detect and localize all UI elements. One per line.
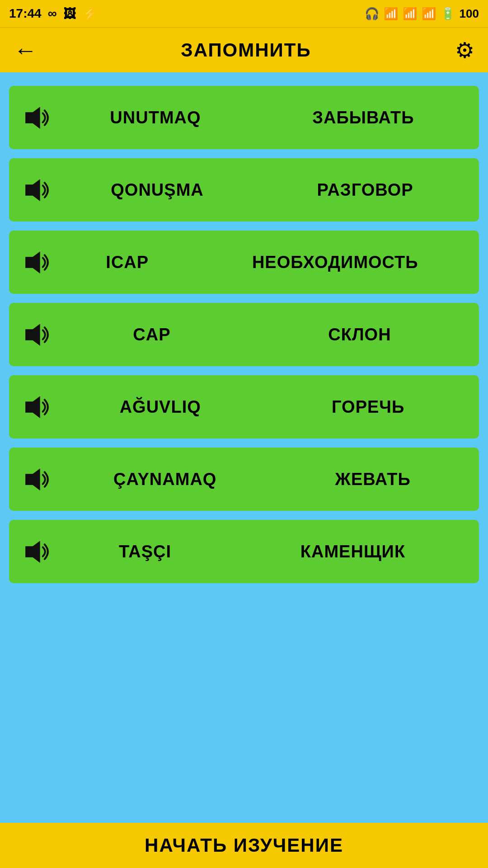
- svg-marker-2: [25, 251, 40, 274]
- start-study-button[interactable]: НАЧАТЬ ИЗУЧЕНИЕ: [0, 823, 488, 868]
- word-original: TAŞÇI: [119, 542, 171, 561]
- word-pair: CAPСКЛОН: [54, 325, 470, 344]
- top-bar: ← ЗАПОМНИТЬ ⚙: [0, 27, 488, 72]
- svg-marker-0: [25, 107, 40, 129]
- word-translation: ГОРЕЧЬ: [332, 397, 404, 417]
- word-pair: ICAPНЕОБХОДИМОСТЬ: [54, 253, 470, 272]
- word-row[interactable]: UNUTMAQЗАБЫВАТЬ: [9, 86, 479, 149]
- word-pair: UNUTMAQЗАБЫВАТЬ: [54, 108, 470, 127]
- sound-icon: [22, 392, 51, 422]
- sound-icon: [22, 320, 51, 349]
- word-translation: ЗАБЫВАТЬ: [312, 108, 414, 127]
- sound-button[interactable]: [18, 172, 54, 208]
- word-translation: РАЗГОВОР: [317, 180, 413, 200]
- sound-button[interactable]: [18, 244, 54, 280]
- word-original: AĞUVLIQ: [120, 397, 201, 417]
- word-list: UNUTMAQЗАБЫВАТЬ QONUŞMAРАЗГОВОР ICAPНЕОБ…: [0, 72, 488, 823]
- svg-marker-6: [25, 541, 40, 563]
- back-button[interactable]: ←: [14, 37, 37, 64]
- status-right: 🎧 📶 📶 📶 🔋 100: [365, 7, 479, 21]
- sound-button[interactable]: [18, 316, 54, 353]
- word-translation: КАМЕНЩИК: [300, 542, 405, 561]
- word-pair: QONUŞMAРАЗГОВОР: [54, 180, 470, 200]
- word-pair: AĞUVLIQГОРЕЧЬ: [54, 397, 470, 417]
- word-row[interactable]: ICAPНЕОБХОДИМОСТЬ: [9, 231, 479, 294]
- word-row[interactable]: AĞUVLIQГОРЕЧЬ: [9, 375, 479, 439]
- svg-marker-1: [25, 179, 40, 201]
- sound-icon: [22, 537, 51, 566]
- word-row[interactable]: QONUŞMAРАЗГОВОР: [9, 158, 479, 222]
- status-left: 17:44 ∞ 🖼 ⚡: [9, 6, 98, 21]
- word-translation: ЖЕВАТЬ: [335, 470, 411, 489]
- svg-marker-4: [25, 396, 40, 418]
- battery-level: 100: [460, 7, 479, 21]
- battery-icon: 🔋: [441, 7, 455, 21]
- sound-button[interactable]: [18, 461, 54, 497]
- word-translation: НЕОБХОДИМОСТЬ: [252, 253, 418, 272]
- word-original: ÇAYNAMAQ: [113, 470, 216, 489]
- sound-button[interactable]: [18, 99, 54, 136]
- word-original: ICAP: [106, 253, 149, 272]
- sound-icon: [22, 103, 51, 132]
- status-bar: 17:44 ∞ 🖼 ⚡ 🎧 📶 📶 📶 🔋 100: [0, 0, 488, 27]
- word-original: CAP: [133, 325, 170, 344]
- wifi-icon: 📶: [384, 7, 398, 21]
- word-original: QONUŞMA: [111, 180, 203, 200]
- word-translation: СКЛОН: [328, 325, 391, 344]
- svg-marker-3: [25, 324, 40, 346]
- status-time: 17:44: [9, 6, 42, 21]
- start-study-label: НАЧАТЬ ИЗУЧЕНИЕ: [145, 835, 343, 856]
- infinity-icon: ∞: [48, 6, 57, 21]
- usb-icon: ⚡: [82, 6, 98, 21]
- word-row[interactable]: ÇAYNAMAQЖЕВАТЬ: [9, 448, 479, 511]
- word-original: UNUTMAQ: [110, 108, 201, 127]
- sound-icon: [22, 175, 51, 205]
- image-icon: 🖼: [63, 6, 76, 21]
- svg-marker-5: [25, 468, 40, 491]
- signal-icon: 📶: [403, 7, 417, 21]
- sound-button[interactable]: [18, 389, 54, 425]
- word-pair: ÇAYNAMAQЖЕВАТЬ: [54, 470, 470, 489]
- settings-button[interactable]: ⚙: [455, 38, 474, 63]
- word-row[interactable]: CAPСКЛОН: [9, 303, 479, 366]
- sound-icon: [22, 465, 51, 494]
- page-title: ЗАПОМНИТЬ: [181, 39, 311, 61]
- headphone-icon: 🎧: [365, 7, 379, 21]
- word-row[interactable]: TAŞÇIКАМЕНЩИК: [9, 520, 479, 583]
- signal-3g-icon: 📶: [422, 7, 436, 21]
- word-pair: TAŞÇIКАМЕНЩИК: [54, 542, 470, 561]
- sound-icon: [22, 248, 51, 277]
- sound-button[interactable]: [18, 533, 54, 570]
